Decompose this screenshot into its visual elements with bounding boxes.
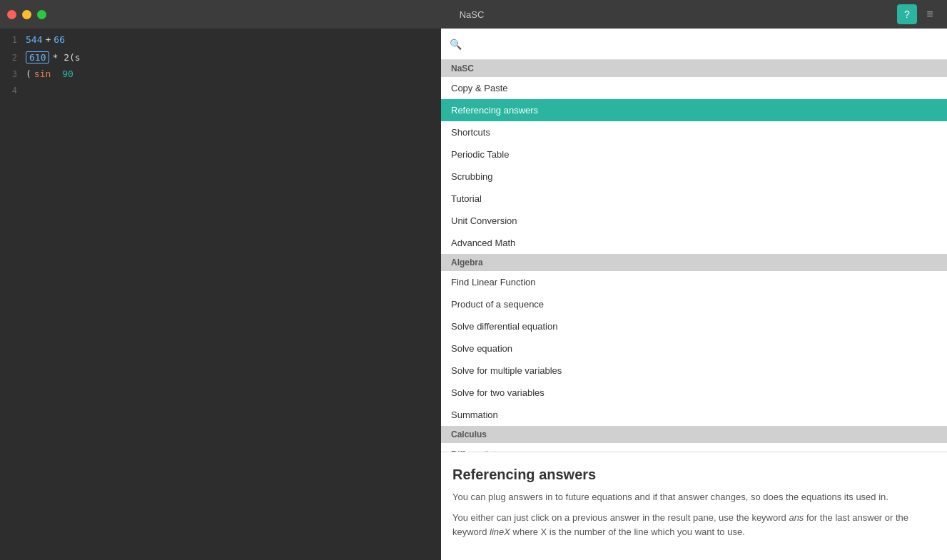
menu-item-differentiate[interactable]: Differentiate [441, 443, 947, 452]
main-content: 1 544 + 66 2 610 * 2(s 3 (sin 90 4 [0, 29, 947, 560]
titlebar-actions: ? ≡ [897, 4, 940, 24]
menu-item-solve-differential[interactable]: Solve differential equation [441, 315, 947, 337]
menu-item-solve-two-variables[interactable]: Solve for two variables [441, 382, 947, 404]
maximize-button[interactable] [37, 10, 46, 19]
help-button[interactable]: ? [897, 4, 917, 24]
menu-item-solve-multiple-variables[interactable]: Solve for multiple variables [441, 360, 947, 382]
keyword-linex: lineX [490, 526, 510, 537]
search-bar: 🔍 [441, 29, 947, 60]
menu-item-shortcuts[interactable]: Shortcuts [441, 121, 947, 143]
minimize-button[interactable] [22, 10, 31, 19]
detail-paragraph1: You can plug answers in to future equati… [452, 490, 936, 504]
editor-line-3: 3 (sin 90 [0, 68, 441, 86]
paren-open: ( [26, 68, 31, 79]
editor-line-2: 2 610 * 2(s [0, 51, 441, 68]
op-multiply: * 2(s [52, 52, 80, 63]
menu-item-scrubbing[interactable]: Scrubbing [441, 166, 947, 188]
num-544: 544 [26, 34, 42, 45]
keyword-ans: ans [789, 512, 804, 523]
titlebar: NaSC ? ≡ [0, 0, 947, 29]
detail-panel: Referencing answers You can plug answers… [441, 452, 947, 561]
section-header-algebra: Algebra [441, 254, 947, 271]
sp [54, 68, 59, 79]
menu-item-solve-equation[interactable]: Solve equation [441, 337, 947, 360]
kw-sin: sin [34, 68, 51, 79]
menu-item-unit-conversion[interactable]: Unit Conversion [441, 210, 947, 232]
line-content-3: (sin 90 [26, 68, 74, 79]
menu-item-referencing-answers[interactable]: Referencing answers [441, 99, 947, 121]
menu-item-find-linear-function[interactable]: Find Linear Function [441, 271, 947, 293]
help-panel: 🔍 NaSC Copy & Paste Referencing answers … [441, 29, 947, 560]
search-input[interactable] [467, 39, 938, 49]
menu-item-copy-paste[interactable]: Copy & Paste [441, 77, 947, 99]
detail-paragraph2: You either can just click on a previous … [452, 511, 936, 539]
op-plus: + [45, 34, 51, 45]
search-icon: 🔍 [450, 39, 462, 50]
editor-panel[interactable]: 1 544 + 66 2 610 * 2(s 3 (sin 90 4 [0, 29, 441, 560]
line-content-2: 610 * 2(s [26, 51, 81, 63]
menu-item-tutorial[interactable]: Tutorial [441, 188, 947, 210]
section-header-calculus: Calculus [441, 426, 947, 443]
line-content-1: 544 + 66 [26, 34, 65, 45]
ref-610: 610 [26, 51, 49, 63]
line-number-4: 4 [3, 86, 17, 96]
line-number-3: 3 [3, 69, 17, 79]
line-number-2: 2 [3, 53, 17, 63]
menu-item-product-of-sequence[interactable]: Product of a sequence [441, 293, 947, 315]
num-90: 90 [62, 68, 74, 79]
detail-p2-prefix: You either can just click on a previous … [452, 512, 789, 523]
menu-button[interactable]: ≡ [920, 4, 940, 24]
section-header-nasc: NaSC [441, 60, 947, 77]
menu-list: NaSC Copy & Paste Referencing answers Sh… [441, 60, 947, 452]
menu-item-periodic-table[interactable]: Periodic Table [441, 143, 947, 166]
window-controls [7, 10, 46, 19]
num-66: 66 [54, 34, 65, 45]
line-number-1: 1 [3, 35, 17, 45]
detail-p2-suffix: where X is the number of the line which … [510, 526, 745, 537]
app-title: NaSC [460, 9, 485, 20]
menu-item-summation[interactable]: Summation [441, 404, 947, 426]
close-button[interactable] [7, 10, 16, 19]
menu-item-advanced-math[interactable]: Advanced Math [441, 232, 947, 254]
editor-line-4: 4 [0, 86, 441, 103]
detail-title: Referencing answers [452, 467, 936, 483]
editor-line-1: 1 544 + 66 [0, 34, 441, 51]
